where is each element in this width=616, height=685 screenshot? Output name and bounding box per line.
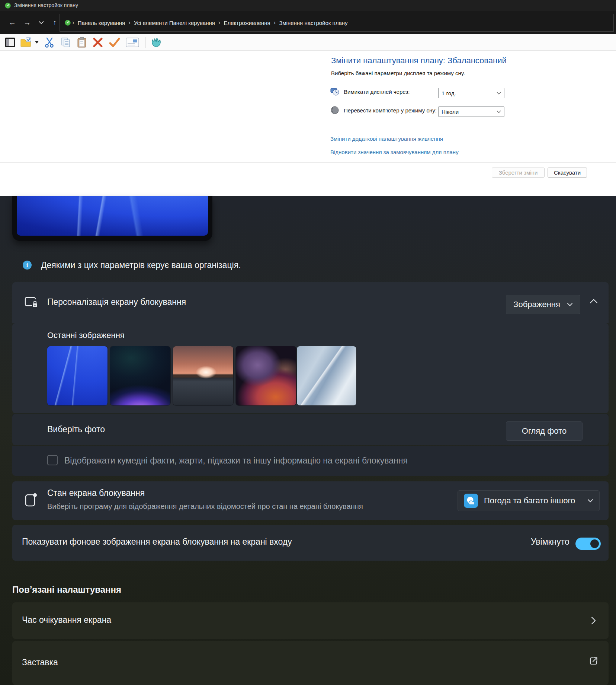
- delete-icon[interactable]: [92, 36, 103, 49]
- wallpaper-thumbnail-abstract-ribbons[interactable]: [236, 346, 296, 405]
- back-button[interactable]: ←: [6, 16, 19, 29]
- recent-locations-button[interactable]: [35, 16, 48, 29]
- paste-icon[interactable]: [77, 36, 87, 49]
- fun-facts-checkbox[interactable]: [47, 455, 58, 465]
- sleep-moon-icon: [330, 106, 339, 115]
- status-title: Стан екрана блокування: [47, 488, 145, 498]
- status-subtitle: Виберіть програму для відображення детал…: [47, 502, 363, 511]
- restore-defaults-link[interactable]: Відновити значення за замовчуванням для …: [330, 149, 459, 155]
- display-off-label: Вимикати дисплей через:: [344, 89, 410, 95]
- org-managed-notice: Деякими з цих параметрів керує ваша орга…: [41, 260, 241, 270]
- breadcrumb-separator: ›: [127, 19, 132, 26]
- toolbar: [0, 34, 616, 51]
- breadcrumb-power-options[interactable]: Електроживлення: [222, 20, 273, 26]
- screen-timeout-row[interactable]: Час очікування екрана: [12, 602, 609, 639]
- advanced-power-settings-link[interactable]: Змінити додаткові налаштування живлення: [330, 136, 443, 142]
- info-icon: i: [23, 261, 32, 270]
- related-settings-heading: Пов’язані налаштування: [12, 584, 121, 595]
- chevron-down-icon: [497, 92, 501, 95]
- show-on-signin-toggle[interactable]: [575, 538, 601, 550]
- power-plan-pane: Змінити налаштування плану: Збалансовани…: [0, 51, 616, 196]
- chevron-right-icon: [591, 616, 596, 625]
- breadcrumb-separator: ›: [71, 19, 76, 26]
- sleep-select[interactable]: Ніколи: [438, 106, 504, 117]
- screensaver-row[interactable]: Заставка: [12, 641, 609, 685]
- chevron-down-icon: [567, 303, 573, 306]
- wallpaper-thumbnail-dark-glow[interactable]: [110, 346, 170, 405]
- wallpaper-thumbnail-blue-bloom[interactable]: [47, 346, 108, 405]
- screen-timeout-label: Час очікування екрана: [22, 615, 111, 625]
- breadcrumb-separator: ›: [217, 19, 222, 26]
- fun-facts-label: Відображати кумедні факти, жарти, підказ…: [64, 456, 408, 466]
- collapse-chevron-up-icon[interactable]: [590, 299, 598, 304]
- check-icon[interactable]: [109, 36, 121, 49]
- breadcrumb-separator: ›: [273, 19, 277, 26]
- breadcrumb-control-panel[interactable]: Панель керування: [76, 20, 128, 26]
- status-app-icon: [24, 492, 38, 508]
- save-changes-button[interactable]: Зберегти зміни: [492, 168, 545, 178]
- power-plan-icon: [4, 2, 11, 9]
- navigation-bar: ← → ↑ › Панель керування › Усі елементи …: [0, 11, 616, 34]
- wallpaper-thumbnail-light-bloom[interactable]: [297, 346, 356, 405]
- personalization-card-header[interactable]: Персоналізація екрану блокування Зображе…: [12, 282, 609, 323]
- status-card: Стан екрана блокування Виберіть програму…: [12, 481, 609, 520]
- power-plan-icon: [64, 19, 71, 26]
- show-on-signin-row: Показувати фонове зображення екрана блок…: [12, 525, 609, 561]
- toggle-state-label: Увімкнуто: [531, 537, 570, 547]
- button-divider: [0, 162, 616, 163]
- fun-facts-row: Відображати кумедні факти, жарти, підказ…: [12, 446, 609, 476]
- up-button[interactable]: ↑: [48, 16, 61, 29]
- wallpaper-thumbnail-sunset-lake[interactable]: [173, 346, 233, 405]
- weather-app-icon: [464, 494, 478, 508]
- folder-select-icon[interactable]: [20, 36, 33, 49]
- address-bar[interactable]: › Панель керування › Усі елементи Панелі…: [60, 14, 614, 32]
- choose-photo-label: Виберіть фото: [47, 424, 105, 434]
- external-link-icon: [589, 656, 599, 666]
- personalization-title: Персоналізація екрану блокування: [47, 297, 186, 307]
- toolbar-divider: [145, 37, 145, 48]
- breadcrumb-all-items[interactable]: Усі елементи Панелі керування: [132, 20, 217, 26]
- chevron-down-icon: [587, 499, 593, 503]
- recent-images-label: Останні зображення: [47, 331, 125, 340]
- screen: Змінення настройок плану ← → ↑ › Панель …: [0, 0, 616, 685]
- browse-photos-button[interactable]: Огляд фото: [506, 421, 583, 441]
- lock-screen-preview: [12, 196, 212, 241]
- sleep-label: Перевести комп'ютер у режиму сну:: [344, 107, 437, 114]
- breadcrumb-edit-plan[interactable]: Змінення настройок плану: [277, 20, 350, 26]
- cut-icon[interactable]: [44, 36, 55, 49]
- copy-icon[interactable]: [60, 36, 71, 49]
- preview-wallpaper-image: [17, 196, 208, 236]
- mail-icon[interactable]: [126, 36, 139, 49]
- chevron-down-icon: [497, 110, 501, 113]
- lock-screen-icon: [23, 296, 38, 310]
- shell-icon[interactable]: [151, 36, 162, 49]
- window-titlebar: Змінення настройок плану: [0, 0, 616, 11]
- status-app-value: Погода та багато іншого: [484, 496, 575, 506]
- toggle-knob: [590, 539, 599, 548]
- page-subtitle: Виберіть бажані параметри дисплея та реж…: [331, 70, 465, 76]
- folder-dropdown-icon[interactable]: [35, 36, 39, 49]
- status-app-dropdown[interactable]: Погода та багато іншого: [458, 490, 600, 511]
- panel-layout-icon[interactable]: [5, 36, 15, 49]
- page-title: Змінити налаштування плану: Збалансовани…: [331, 56, 507, 66]
- display-off-select[interactable]: 1 год.: [438, 88, 504, 98]
- cancel-button[interactable]: Скасувати: [548, 168, 587, 178]
- forward-button[interactable]: →: [21, 16, 33, 29]
- show-on-signin-label: Показувати фонове зображення екрана блок…: [22, 537, 292, 547]
- background-mode-dropdown[interactable]: Зображення: [506, 295, 580, 314]
- display-clock-icon: [330, 87, 339, 96]
- window-title: Змінення настройок плану: [14, 2, 78, 8]
- screensaver-label: Заставка: [22, 657, 58, 668]
